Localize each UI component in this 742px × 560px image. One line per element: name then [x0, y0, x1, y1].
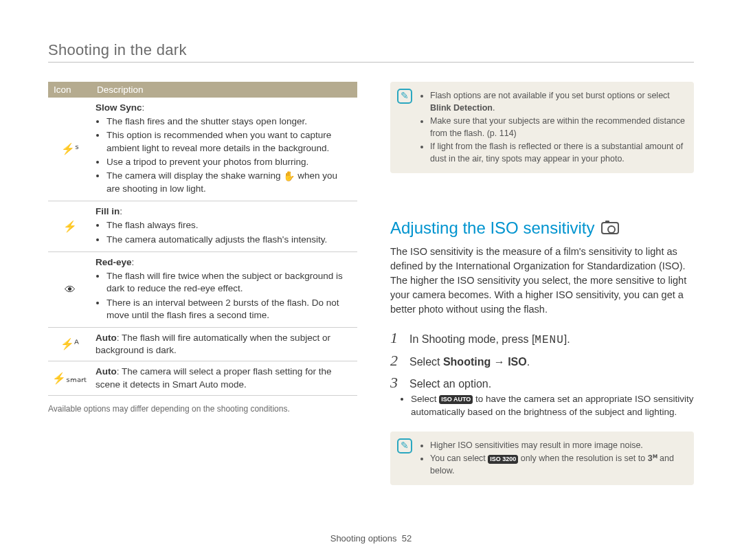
row-title: Fill in: [95, 206, 120, 216]
row-text: : The flash will fire automatically when…: [95, 333, 330, 355]
row-title: Auto: [95, 333, 117, 343]
step-number: 2: [390, 353, 403, 368]
step-3-sub: Select ISO AUTO to have the camera set a…: [390, 393, 694, 419]
note-text: Flash options are not available if you s…: [430, 91, 670, 100]
list-item: There is an interval between 2 bursts of…: [106, 297, 353, 322]
step-1: 1 In Shooting mode, press [MENU].: [390, 331, 694, 346]
menu-key: MENU: [535, 334, 563, 346]
flash-slow-sync-icon: ⚡ˢ: [48, 98, 91, 201]
note-item: Flash options are not available if you s…: [430, 90, 686, 114]
table-row: ⚡ᴬ Auto: The flash will fire automatical…: [48, 327, 357, 361]
step-text: Select: [409, 356, 443, 368]
note-icon: [397, 89, 412, 104]
row-title: Auto: [95, 366, 117, 377]
step-text: ].: [564, 333, 570, 345]
row-title: Slow Sync: [95, 102, 142, 113]
step-text: In Shooting mode, press [: [409, 333, 535, 345]
steps-list: 1 In Shooting mode, press [MENU]. 2 Sele…: [390, 331, 694, 419]
step-number: 1: [390, 331, 403, 346]
flash-red-eye-icon: 👁: [48, 251, 91, 327]
flash-red-eye-desc: Red-eye: The flash will fire twice when …: [91, 251, 357, 327]
flash-auto-icon: ⚡ᴬ: [48, 327, 91, 361]
flash-fill-in-icon: ⚡: [48, 201, 91, 252]
section-title: Shooting in the dark: [48, 41, 694, 59]
flash-fill-in-desc: Fill in: The flash always fires. The cam…: [91, 201, 357, 252]
sub-text: Select: [411, 394, 439, 404]
list-item: This option is recommended when you want…: [106, 129, 353, 154]
note-text: .: [493, 103, 495, 113]
flash-auto-desc: Auto: The flash will fire automatically …: [91, 327, 357, 361]
flash-options-table: Icon Description ⚡ˢ Slow Sync: The flash…: [48, 82, 357, 396]
page-footer: Shooting options 52: [0, 533, 742, 544]
flash-smart-auto-icon: ⚡ₛₘₐᵣₜ: [48, 361, 91, 395]
note-box-iso: Higher ISO sensitivities may result in m…: [390, 432, 694, 486]
list-item: The camera will display the shake warnin…: [106, 170, 353, 195]
note-box-flash: Flash options are not available if you s…: [390, 82, 694, 173]
iso-heading: Adjusting the ISO sensitivity: [390, 219, 694, 238]
list-item: The camera automatically adjusts the fla…: [106, 234, 353, 246]
iso-3200-icon: ISO 3200: [488, 455, 518, 464]
shake-warning-icon: ✋: [283, 170, 295, 183]
col-header-icon: Icon: [48, 82, 91, 98]
arrow-icon: →: [491, 356, 508, 368]
table-row: 👁 Red-eye: The flash will fire twice whe…: [48, 251, 357, 327]
step-bold: Shooting: [443, 356, 491, 368]
list-item: The flash always fires.: [106, 219, 353, 232]
note-icon: [397, 438, 412, 453]
list-item: Select ISO AUTO to have the camera set a…: [411, 393, 694, 419]
page-number: 52: [402, 533, 412, 544]
step-2: 2 Select Shooting → ISO.: [390, 353, 694, 368]
row-title: Red-eye: [95, 257, 132, 267]
note-bold: Blink Detection: [430, 103, 493, 113]
table-row: ⚡ˢ Slow Sync: The flash fires and the sh…: [48, 98, 357, 201]
table-header-row: Icon Description: [48, 82, 357, 98]
iso-heading-text: Adjusting the ISO sensitivity: [390, 219, 594, 238]
iso-paragraph: The ISO sensitivity is the measure of a …: [390, 245, 694, 317]
step-number: 3: [390, 375, 403, 390]
step-3: 3 Select an option. Select ISO AUTO to h…: [390, 375, 694, 419]
footer-label: Shooting options: [330, 533, 397, 544]
table-footnote: Available options may differ depending o…: [48, 404, 357, 414]
step-bold: ISO: [508, 356, 527, 368]
divider: [48, 62, 694, 63]
list-item: The flash will fire twice when the subje…: [106, 270, 353, 295]
right-column: Flash options are not available if you s…: [390, 82, 694, 485]
camera-icon: [601, 222, 619, 234]
note-item: Make sure that your subjects are within …: [430, 115, 686, 139]
list-item: The flash fires and the shutter stays op…: [106, 115, 353, 128]
col-header-description: Description: [91, 82, 357, 98]
left-column: Icon Description ⚡ˢ Slow Sync: The flash…: [48, 82, 357, 485]
table-row: ⚡ Fill in: The flash always fires. The c…: [48, 201, 357, 252]
resolution-badge: 3ᴹ: [648, 453, 657, 463]
note-item: Higher ISO sensitivities may result in m…: [430, 440, 686, 452]
iso-auto-icon: ISO AUTO: [439, 395, 473, 404]
table-row: ⚡ₛₘₐᵣₜ Auto: The camera will select a pr…: [48, 361, 357, 395]
flash-smart-auto-desc: Auto: The camera will select a proper fl…: [91, 361, 357, 395]
row-text: : The camera will select a proper flash …: [95, 366, 331, 389]
note-item: If light from the flash is reflected or …: [430, 141, 686, 165]
step-text: Select an option.: [409, 378, 491, 390]
note-item: You can select ISO 3200 only when the re…: [430, 453, 686, 477]
step-text: .: [527, 356, 530, 368]
list-item: Use a tripod to prevent your photos from…: [106, 156, 353, 168]
flash-slow-sync-desc: Slow Sync: The flash fires and the shutt…: [91, 98, 357, 201]
